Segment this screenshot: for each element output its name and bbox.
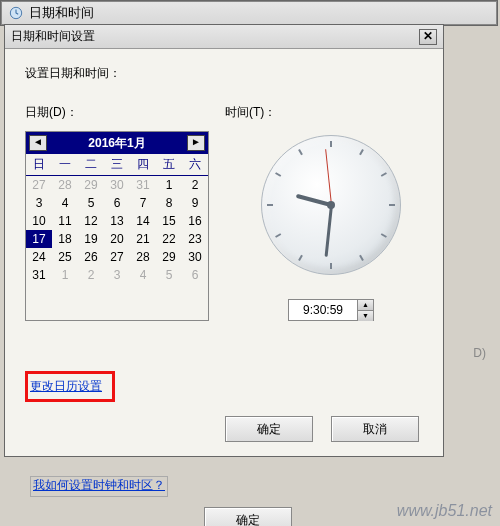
calendar-day[interactable]: 4 <box>52 194 78 212</box>
ok-button[interactable]: 确定 <box>225 416 313 442</box>
calendar-day[interactable]: 30 <box>104 176 130 195</box>
dialog-heading: 设置日期和时间： <box>25 65 423 82</box>
calendar-day[interactable]: 26 <box>78 248 104 266</box>
dialog-titlebar[interactable]: 日期和时间设置 ✕ <box>5 25 443 49</box>
calendar-day[interactable]: 6 <box>182 266 208 284</box>
calendar-day[interactable]: 27 <box>104 248 130 266</box>
calendar-day[interactable]: 11 <box>52 212 78 230</box>
calendar-day[interactable]: 29 <box>156 248 182 266</box>
clock-tick <box>298 149 303 155</box>
clock-tick <box>359 255 364 261</box>
calendar-day[interactable]: 9 <box>182 194 208 212</box>
clock-area: ▲ ▼ <box>239 131 423 321</box>
calendar-day[interactable]: 7 <box>130 194 156 212</box>
next-month-button[interactable]: ► <box>187 135 205 151</box>
calendar-day[interactable]: 27 <box>26 176 52 195</box>
time-label: 时间(T)： <box>225 104 276 121</box>
clock-tick <box>359 149 364 155</box>
second-hand <box>325 149 332 205</box>
calendar-day[interactable]: 31 <box>130 176 156 195</box>
ok-button-bg[interactable]: 确定 <box>204 507 292 526</box>
calendar-day[interactable]: 4 <box>130 266 156 284</box>
close-button[interactable]: ✕ <box>419 29 437 45</box>
clock-tick <box>275 172 281 177</box>
calendar-grid: 日一二三四五六 27282930311234567891011121314151… <box>26 154 208 284</box>
calendar-day[interactable]: 2 <box>78 266 104 284</box>
outer-titlebar: 日期和时间 <box>1 1 497 25</box>
time-down-button[interactable]: ▼ <box>358 311 373 321</box>
calendar-day[interactable]: 28 <box>52 176 78 195</box>
calendar-day[interactable]: 14 <box>130 212 156 230</box>
calendar-day[interactable]: 29 <box>78 176 104 195</box>
clock-tick <box>381 172 387 177</box>
clock-icon <box>8 5 24 21</box>
outer-title: 日期和时间 <box>29 4 94 22</box>
calendar-day[interactable]: 2 <box>182 176 208 195</box>
clock-center <box>327 201 335 209</box>
clock-tick <box>298 255 303 261</box>
weekday-header: 一 <box>52 154 78 176</box>
clock-tick <box>267 204 273 206</box>
watermark: www.jb51.net <box>397 502 492 520</box>
calendar-day[interactable]: 3 <box>26 194 52 212</box>
weekday-header: 四 <box>130 154 156 176</box>
calendar-day[interactable]: 24 <box>26 248 52 266</box>
clock-tick <box>275 233 281 238</box>
weekday-header: 五 <box>156 154 182 176</box>
dialog-body: 设置日期和时间： 日期(D)： 时间(T)： ◄ 2016年1月 ► 日一二三四… <box>5 49 443 456</box>
calendar-day[interactable]: 12 <box>78 212 104 230</box>
cancel-button[interactable]: 取消 <box>331 416 419 442</box>
calendar-day[interactable]: 19 <box>78 230 104 248</box>
calendar-day[interactable]: 13 <box>104 212 130 230</box>
dialog-title: 日期和时间设置 <box>11 28 95 45</box>
prev-month-button[interactable]: ◄ <box>29 135 47 151</box>
calendar-day[interactable]: 18 <box>52 230 78 248</box>
parent-window: 日期和时间 <box>0 0 498 26</box>
calendar-day[interactable]: 22 <box>156 230 182 248</box>
calendar-day[interactable]: 17 <box>26 230 52 248</box>
calendar-day[interactable]: 31 <box>26 266 52 284</box>
time-spinner[interactable]: ▲ ▼ <box>288 299 374 321</box>
calendar-day[interactable]: 23 <box>182 230 208 248</box>
faq-link[interactable]: 我如何设置时钟和时区？ <box>33 478 165 492</box>
calendar-day[interactable]: 30 <box>182 248 208 266</box>
analog-clock <box>261 135 401 275</box>
clock-tick <box>330 141 332 147</box>
calendar-day[interactable]: 6 <box>104 194 130 212</box>
calendar-day[interactable]: 1 <box>52 266 78 284</box>
minute-hand <box>324 205 332 257</box>
calendar-day[interactable]: 5 <box>78 194 104 212</box>
calendar-day[interactable]: 10 <box>26 212 52 230</box>
partial-label-d: D) <box>473 346 486 360</box>
clock-tick <box>330 263 332 269</box>
calendar-day[interactable]: 20 <box>104 230 130 248</box>
calendar-day[interactable]: 28 <box>130 248 156 266</box>
weekday-header: 三 <box>104 154 130 176</box>
calendar: ◄ 2016年1月 ► 日一二三四五六 27282930311234567891… <box>25 131 209 321</box>
clock-tick <box>381 233 387 238</box>
weekday-header: 日 <box>26 154 52 176</box>
weekday-header: 六 <box>182 154 208 176</box>
date-label: 日期(D)： <box>25 104 225 121</box>
highlight-box: 更改日历设置 <box>25 371 115 402</box>
change-calendar-link[interactable]: 更改日历设置 <box>30 379 102 393</box>
calendar-day[interactable]: 3 <box>104 266 130 284</box>
weekday-header: 二 <box>78 154 104 176</box>
calendar-day[interactable]: 8 <box>156 194 182 212</box>
faq-link-box: 我如何设置时钟和时区？ <box>30 476 168 497</box>
time-input[interactable] <box>289 300 357 320</box>
calendar-day[interactable]: 25 <box>52 248 78 266</box>
calendar-day[interactable]: 21 <box>130 230 156 248</box>
calendar-month-title: 2016年1月 <box>88 135 145 152</box>
clock-tick <box>389 204 395 206</box>
datetime-settings-dialog: 日期和时间设置 ✕ 设置日期和时间： 日期(D)： 时间(T)： ◄ 2016年… <box>4 24 444 457</box>
calendar-day[interactable]: 5 <box>156 266 182 284</box>
calendar-header: ◄ 2016年1月 ► <box>26 132 208 154</box>
time-up-button[interactable]: ▲ <box>358 300 373 311</box>
calendar-day[interactable]: 1 <box>156 176 182 195</box>
calendar-day[interactable]: 16 <box>182 212 208 230</box>
calendar-day[interactable]: 15 <box>156 212 182 230</box>
